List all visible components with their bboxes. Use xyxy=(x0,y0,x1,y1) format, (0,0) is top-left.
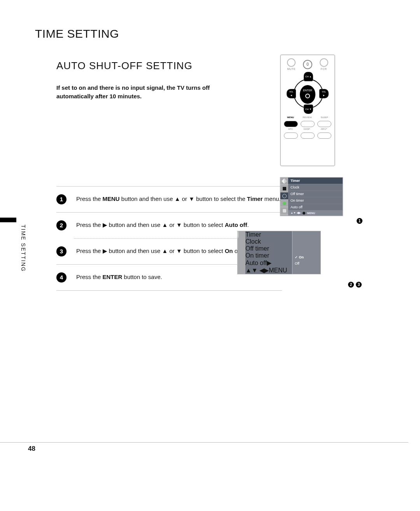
remote-enter-button: ENTER xyxy=(300,85,315,104)
remote-vol-up-button xyxy=(319,89,329,98)
osd-tab-icon xyxy=(280,185,288,192)
remote-menu-button xyxy=(284,121,298,127)
page-number: 48 xyxy=(28,445,35,453)
osd-tab-icon xyxy=(280,178,288,185)
document-title: TIME SETTING xyxy=(35,27,393,40)
osd-item-highlight: Auto off▶ xyxy=(245,259,292,267)
step-divider xyxy=(56,290,282,291)
osd-option-on: On xyxy=(295,255,318,259)
osd-item: Auto off xyxy=(288,204,343,210)
remote-fcr-label: FCR xyxy=(320,68,328,70)
osd-footer: ▲▼ ◀▶MENU xyxy=(245,267,292,274)
osd-option-off: Off xyxy=(295,262,318,265)
intro-text: If set to on and there is no input signa… xyxy=(56,84,220,101)
osd-item: On timer xyxy=(288,197,343,204)
osd-item: Off timer xyxy=(288,190,343,197)
osd-menu-2: Timer Clock Off timer On timer Auto off▶… xyxy=(237,231,342,274)
step-2-text: Press the ▶ button and then use ▲ or ▼ b… xyxy=(76,220,282,229)
remote-vol-down-button xyxy=(287,89,296,98)
figure-ref-3-icon: 3 xyxy=(356,282,362,288)
remote-dasp-button xyxy=(301,133,315,139)
osd-item: Clock xyxy=(288,184,343,190)
section-title: AUTO SHUT-OFF SETTING xyxy=(56,60,266,72)
step-number-icon: 4 xyxy=(56,272,66,283)
remote-dpad: ENTER xyxy=(287,72,329,114)
side-rule xyxy=(0,218,16,222)
osd-footer: ▲▼ ◀▶MENU xyxy=(288,210,343,216)
step-number-icon: 2 xyxy=(56,220,66,230)
figure-ref-1-icon: 1 xyxy=(357,218,362,224)
remote-fcr-button xyxy=(320,58,328,67)
side-section-label: TIME SETTING xyxy=(20,225,26,272)
remote-arc-label: ARC/* xyxy=(321,128,327,130)
step-1: 1 Press the MENU button and then use ▲ o… xyxy=(56,187,282,212)
remote-mute-label: MUTE xyxy=(287,68,296,70)
remote-mute-button xyxy=(287,58,296,67)
osd-tab-icon xyxy=(280,207,288,215)
remote-illustration: MUTE 0 FCR ENTER xyxy=(280,54,335,166)
step-number-icon: 3 xyxy=(56,246,66,256)
osd-item: Off timer xyxy=(245,245,292,252)
remote-sleep-label: SLEEP xyxy=(320,116,328,119)
step-number-icon: 1 xyxy=(56,194,66,204)
osd-tab-icon xyxy=(280,192,288,200)
remote-ch-down-button xyxy=(304,105,313,114)
page-footer-rule xyxy=(0,442,408,443)
remote-review-label: REVIEW xyxy=(303,116,312,119)
chevron-right-icon: ▶ xyxy=(267,260,271,266)
figure-ref-2-icon: 2 xyxy=(348,282,354,288)
remote-ch-up-button xyxy=(304,72,313,81)
remote-dasp-label: DASP xyxy=(304,128,310,130)
remote-review-button xyxy=(301,121,315,127)
step-1-text: Press the MENU button and then use ▲ or … xyxy=(76,194,282,203)
remote-apc-label: APC xyxy=(288,128,293,130)
remote-apc-button xyxy=(284,133,298,139)
osd-header: Timer xyxy=(245,231,292,238)
osd-item: On timer xyxy=(245,252,292,259)
osd-tab-icon xyxy=(280,200,288,207)
remote-arc-button xyxy=(317,133,331,139)
osd-item: Clock xyxy=(245,238,292,245)
remote-menu-label: MENU xyxy=(287,116,294,119)
osd-menu-1: Timer Clock Off timer On timer Auto off … xyxy=(280,177,343,216)
osd-header: Timer xyxy=(288,178,343,184)
remote-0-button: 0 xyxy=(303,60,312,69)
osd-tab-icon xyxy=(238,231,245,238)
remote-sleep-button xyxy=(317,121,331,127)
